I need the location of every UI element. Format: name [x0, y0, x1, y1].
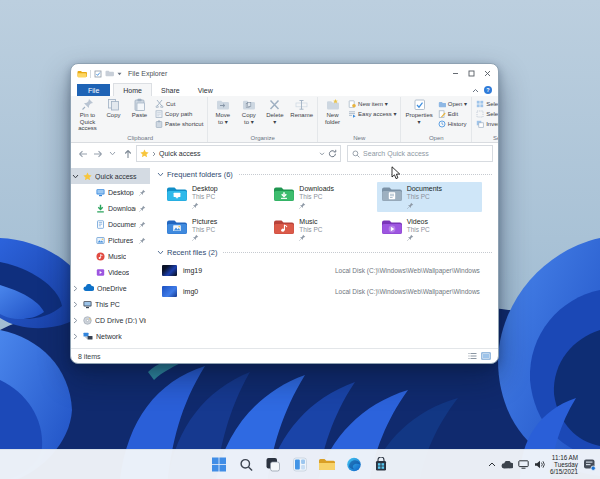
pinned-icon — [139, 237, 146, 244]
ribbon-group-open: Properties▾Open ▾EditHistoryOpen — [401, 97, 472, 142]
file-explorer-window: File Explorer FileHomeShareView ? Pin to… — [70, 63, 499, 364]
folder-tile-pictures[interactable]: PicturesThis PC — [162, 215, 267, 245]
forward-button[interactable] — [91, 150, 104, 158]
tile-name: Pictures — [192, 218, 217, 226]
sidebar-item-music[interactable]: Music — [71, 248, 150, 264]
up-button[interactable] — [121, 149, 134, 159]
pinned-icon — [407, 234, 430, 241]
sidebar-item-cd-drive-d-virtual[interactable]: CD Drive (D:) Virtual — [71, 312, 150, 328]
recent-files-header[interactable]: Recent files (2) — [157, 248, 492, 257]
folder-tile-documents[interactable]: DocumentsThis PC — [377, 182, 482, 212]
music-icon — [96, 252, 105, 261]
section-title: Recent files (2) — [167, 248, 217, 257]
ribbon-paste-shortcut[interactable]: Paste shortcut — [153, 119, 205, 128]
taskbar-widgets-button[interactable] — [292, 456, 309, 473]
ribbon-select-none[interactable]: Select none — [474, 109, 499, 118]
address-dropdown-chevron-icon[interactable] — [319, 152, 325, 156]
collapse-ribbon-icon[interactable] — [472, 88, 479, 93]
thumbnails-view-icon[interactable] — [481, 352, 491, 360]
ribbon-copy-path[interactable]: Copy path — [153, 109, 205, 118]
maximize-button[interactable] — [463, 68, 479, 79]
tab-file[interactable]: File — [77, 84, 110, 96]
address-bar[interactable]: Quick access — [136, 145, 341, 162]
taskbar-clock[interactable]: 11:16 AM Tuesday 6/15/2021 — [550, 454, 578, 475]
titlebar[interactable]: File Explorer — [71, 64, 498, 81]
qat-customize-caret-icon[interactable] — [117, 72, 122, 76]
documents-folder-icon — [381, 185, 403, 202]
qat-separator — [90, 70, 91, 78]
onedrive-tray-icon[interactable] — [501, 461, 513, 469]
select-none-icon — [476, 110, 484, 118]
sidebar-item-onedrive[interactable]: OneDrive — [71, 280, 150, 296]
ribbon-delete[interactable]: Delete▾ — [262, 97, 287, 134]
tile-name: Desktop — [192, 185, 218, 193]
folder-tile-music[interactable]: MusicThis PC — [269, 215, 374, 245]
volume-tray-icon[interactable] — [534, 460, 545, 469]
recent-file-img0[interactable]: img0Local Disk (C:)\Windows\Web\Wallpape… — [162, 281, 486, 302]
ribbon-new-item[interactable]: New item ▾ — [346, 99, 398, 108]
frequent-folders-grid: DesktopThis PC DownloadsThis PC Document… — [162, 182, 482, 244]
ribbon-pin-to-quick-access[interactable]: Pin to Quickaccess — [75, 97, 100, 134]
select-all-icon — [476, 100, 484, 108]
taskbar-microsoft-store-button[interactable] — [373, 456, 390, 473]
sidebar-item-documents[interactable]: Documents — [71, 216, 150, 232]
refresh-icon[interactable] — [328, 149, 337, 158]
help-icon[interactable]: ? — [484, 86, 492, 94]
taskbar-task-view-button[interactable] — [265, 456, 282, 473]
sidebar-item-desktop[interactable]: Desktop — [71, 184, 150, 200]
ribbon-edit[interactable]: Edit — [436, 109, 469, 118]
recent-locations-chevron-icon[interactable] — [106, 151, 119, 156]
taskbar-microsoft-edge-button[interactable] — [346, 456, 363, 473]
tray-chevron-up-icon[interactable] — [488, 462, 496, 467]
new-folder-big-icon — [326, 98, 339, 111]
ribbon-history[interactable]: History — [436, 119, 469, 128]
folder-tile-videos[interactable]: VideosThis PC — [377, 215, 482, 245]
paste-shortcut-icon — [155, 120, 163, 128]
desktop-folder-icon — [166, 185, 188, 202]
ribbon-properties[interactable]: Properties▾ — [403, 97, 434, 134]
ribbon-cut[interactable]: Cut — [153, 99, 205, 108]
ribbon-easy-access[interactable]: Easy access ▾ — [346, 109, 398, 118]
notification-icon[interactable] — [583, 458, 596, 471]
qat-properties-icon[interactable] — [94, 70, 102, 78]
sidebar-item-quick-access[interactable]: Quick access — [71, 168, 150, 184]
ribbon-group-organize: Moveto ▾Copyto ▾Delete▾RenameOrganize — [208, 97, 318, 142]
ribbon-new-folder[interactable]: Newfolder — [320, 97, 345, 134]
sidebar-item-pictures[interactable]: Pictures — [71, 232, 150, 248]
ribbon-move-to[interactable]: Moveto ▾ — [210, 97, 235, 134]
folder-tile-downloads[interactable]: DownloadsThis PC — [269, 182, 374, 212]
tree-collapsed-icon — [71, 301, 80, 308]
ribbon-invert-selection[interactable]: Invert selection — [474, 119, 499, 128]
folder-tile-desktop[interactable]: DesktopThis PC — [162, 182, 267, 212]
frequent-folders-header[interactable]: Frequent folders (6) — [157, 170, 492, 179]
taskbar-search-button[interactable] — [238, 456, 255, 473]
ribbon-select-all[interactable]: Select all — [474, 99, 499, 108]
ribbon-open[interactable]: Open ▾ — [436, 99, 469, 108]
ribbon-copy-to[interactable]: Copyto ▾ — [236, 97, 261, 134]
ribbon-rename[interactable]: Rename — [288, 97, 315, 134]
sidebar-item-network[interactable]: Network — [71, 328, 150, 344]
sidebar-item-downloads[interactable]: Downloads — [71, 200, 150, 216]
tab-share[interactable]: Share — [152, 84, 189, 96]
qat-new-folder-icon[interactable] — [105, 70, 114, 77]
recent-file-img19[interactable]: img19Local Disk (C:)\Windows\Web\Wallpap… — [162, 260, 486, 281]
sidebar-item-videos[interactable]: Videos — [71, 264, 150, 280]
tab-view[interactable]: View — [189, 84, 222, 96]
details-view-icon[interactable] — [468, 352, 477, 360]
tile-location: This PC — [299, 226, 322, 234]
pinned-icon — [299, 234, 322, 241]
ribbon-copy[interactable]: Copy — [101, 97, 126, 134]
network-tray-icon[interactable] — [518, 460, 529, 469]
cut-icon — [155, 99, 164, 108]
minimize-button[interactable] — [447, 68, 463, 79]
back-button[interactable] — [76, 150, 89, 158]
ribbon: Pin to QuickaccessCopyPasteCutCopy pathP… — [71, 96, 498, 143]
ribbon-paste[interactable]: Paste — [127, 97, 152, 134]
close-button[interactable] — [479, 68, 495, 79]
easy-access-icon — [348, 110, 356, 118]
taskbar-start-button[interactable] — [211, 456, 228, 473]
taskbar-file-explorer-button[interactable] — [319, 456, 336, 473]
sidebar-item-this-pc[interactable]: This PC — [71, 296, 150, 312]
search-box[interactable]: Search Quick access — [347, 145, 493, 162]
tab-home[interactable]: Home — [113, 83, 152, 96]
